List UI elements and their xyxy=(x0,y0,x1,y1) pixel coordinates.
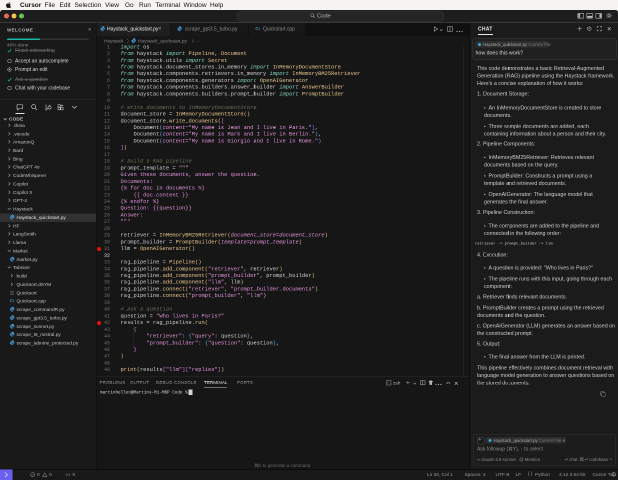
svg-text:C: C xyxy=(255,26,258,31)
svg-text:C: C xyxy=(10,298,13,303)
